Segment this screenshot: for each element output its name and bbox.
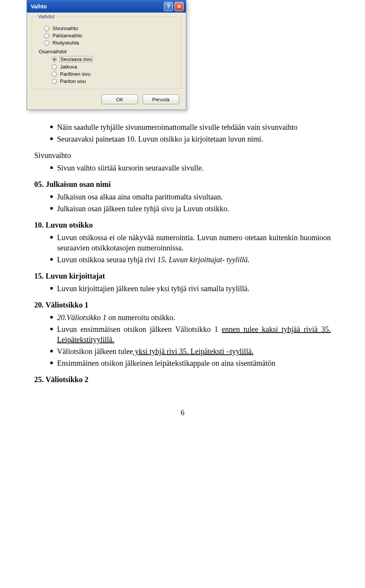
text: Luvun otsikkoa seuraa tyhjä rivi bbox=[57, 255, 157, 264]
ok-button[interactable]: OK bbox=[102, 94, 138, 104]
radio-jatkuva[interactable]: Jatkuva bbox=[36, 63, 176, 70]
radio-label: Seuraava sivu bbox=[59, 56, 93, 62]
radio-seuraava-sivu[interactable]: Seuraava sivu bbox=[36, 55, 176, 63]
italic-text: 15. Luvun kirjoittajat- tyylillä. bbox=[157, 255, 250, 264]
radio-icon bbox=[44, 40, 49, 46]
page-number: 6 bbox=[34, 408, 331, 418]
list-item: Luvun ensimmäisen otsikon jälkeen Väliot… bbox=[50, 323, 331, 346]
list-item: Ensimmäinen otsikon jälkeinen leipätekst… bbox=[50, 357, 331, 369]
radio-label: Rivityskohta bbox=[52, 40, 80, 46]
heading-15: 15. Luvun kirjoittajat bbox=[34, 271, 331, 281]
bullet-list: Luvun otsikossa ei ole näkyvää numeroint… bbox=[34, 232, 331, 266]
heading-10: 10. Luvun otsikko bbox=[34, 220, 331, 230]
document-body: Näin saadulle tyhjälle sivunumeroimattom… bbox=[34, 121, 331, 418]
radio-icon bbox=[44, 33, 49, 38]
heading-20: 20. Väliotsikko 1 bbox=[34, 300, 331, 310]
text: on numeroitu otsikko. bbox=[106, 313, 175, 322]
radio-label: Parillinen sivu bbox=[59, 71, 91, 77]
dialog-button-row: OK Peruuta bbox=[32, 89, 181, 104]
heading-25: 25. Väliotsikko 2 bbox=[34, 374, 331, 385]
underline-text: yksi tyhjä rivi 35. Leipäteksti –tyylill… bbox=[133, 347, 254, 355]
radio-pariton-sivu[interactable]: Pariton sivu bbox=[36, 78, 176, 85]
help-button[interactable]: ? bbox=[164, 2, 173, 11]
bullet-list: 20.Väliotsikko 1 on numeroitu otsikko. L… bbox=[34, 312, 331, 369]
close-button[interactable]: ✕ bbox=[175, 2, 184, 11]
radio-label: Sivunvaihto bbox=[52, 25, 79, 31]
radio-label: Jatkuva bbox=[59, 64, 78, 70]
radio-label: Pariton sivu bbox=[59, 78, 87, 84]
list-item: Luvun otsikossa ei ole näkyvää numeroint… bbox=[50, 232, 331, 254]
heading-05: 05. Julkaisun osan nimi bbox=[34, 179, 331, 190]
fieldset-vaihdot: Vaihdot Sivunvaihto Palstanvaihto Rivity… bbox=[32, 16, 181, 89]
italic-text: 20.Väliotsikko 1 bbox=[57, 313, 106, 322]
radio-icon bbox=[52, 64, 57, 70]
list-item: Luvun otsikkoa seuraa tyhjä rivi 15. Luv… bbox=[50, 254, 331, 266]
list-item: Julkaisun osa alkaa aina omalta parittom… bbox=[50, 191, 331, 203]
radio-parillinen-sivu[interactable]: Parillinen sivu bbox=[36, 70, 176, 78]
list-item: Julkaisun osan jälkeen tulee tyhjä sivu … bbox=[50, 203, 331, 215]
bullet-list: Julkaisun osa alkaa aina omalta parittom… bbox=[34, 191, 331, 215]
radio-icon bbox=[52, 72, 57, 77]
dialog-title: Vaihto bbox=[31, 3, 162, 10]
radio-rivityskohta[interactable]: Rivityskohta bbox=[36, 39, 176, 46]
bullet-list: Luvun kirjoittajien jälkeen tulee yksi t… bbox=[34, 283, 331, 295]
dialog-titlebar[interactable]: Vaihto ? ✕ bbox=[27, 0, 186, 13]
radio-icon bbox=[52, 57, 57, 62]
heading-sivunvaihto: Sivunvaihto bbox=[34, 150, 331, 161]
cancel-button[interactable]: Peruuta bbox=[143, 94, 179, 104]
subhead-osanvaihdot: Osanvaihdot bbox=[36, 46, 176, 55]
list-item: Luvun kirjoittajien jälkeen tulee yksi t… bbox=[50, 283, 331, 295]
radio-palstanvaihto[interactable]: Palstanvaihto bbox=[36, 32, 176, 39]
text: Luvun ensimmäisen otsikon jälkeen Väliot… bbox=[57, 325, 222, 333]
text: Väliotsikon jälkeen tulee bbox=[57, 347, 133, 355]
dialog-vaihto: Vaihto ? ✕ Vaihdot Sivunvaihto Palstanva… bbox=[27, 0, 186, 110]
radio-sivunvaihto[interactable]: Sivunvaihto bbox=[36, 25, 176, 32]
radio-label: Palstanvaihto bbox=[52, 33, 83, 38]
bullet-list: Näin saadulle tyhjälle sivunumeroimattom… bbox=[34, 121, 331, 145]
bullet-list: Sivun vaihto siirtää kursorin seuraavall… bbox=[34, 162, 331, 174]
list-item: 20.Väliotsikko 1 on numeroitu otsikko. bbox=[50, 312, 331, 323]
fieldset-legend: Vaihdot bbox=[36, 14, 56, 19]
list-item: Sivun vaihto siirtää kursorin seuraavall… bbox=[50, 162, 331, 174]
radio-icon bbox=[44, 26, 49, 31]
list-item: Seuraavaksi painetaan 10. Luvun otsikko … bbox=[50, 133, 331, 145]
radio-icon bbox=[52, 79, 57, 84]
dialog-body: Vaihdot Sivunvaihto Palstanvaihto Rivity… bbox=[27, 13, 186, 110]
list-item: Näin saadulle tyhjälle sivunumeroimattom… bbox=[50, 121, 331, 133]
list-item: Väliotsikon jälkeen tulee yksi tyhjä riv… bbox=[50, 346, 331, 357]
